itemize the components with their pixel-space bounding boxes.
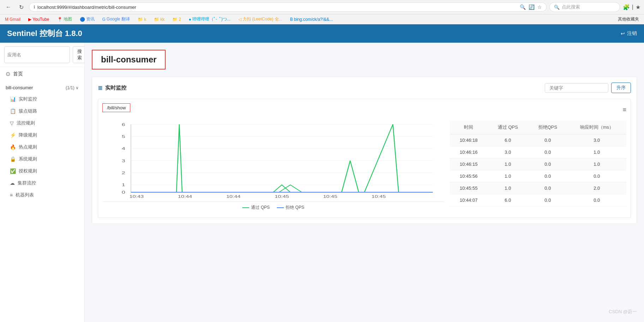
gmail-icon: M <box>5 17 8 22</box>
cell-pass: 6.0 <box>488 134 528 146</box>
degrade-icon: ⚡ <box>10 132 16 138</box>
browser-search-bar[interactable]: 🔍 点此搜索 <box>549 2 620 12</box>
sort-button[interactable]: 升序 <box>611 83 631 93</box>
sidebar-app-header[interactable]: bill-consumer (1/1) ∨ <box>0 82 84 93</box>
svg-text:4: 4 <box>122 146 125 151</box>
search-button[interactable]: 搜索 <box>73 46 85 63</box>
resource-card: /bill/show ≡ <box>98 99 631 218</box>
sidebar-item-realtime[interactable]: 📊 实时监控 <box>0 93 84 105</box>
chart-legend: 通过 QPS 拒绝 QPS <box>102 202 444 213</box>
machines-label: 机器列表 <box>16 192 34 198</box>
search-placeholder: 点此搜索 <box>562 4 580 10</box>
bookmark-k-label: k <box>144 17 146 22</box>
keyword-input[interactable] <box>545 83 608 93</box>
legend-reject-label: 拒绝 QPS <box>286 205 304 211</box>
sidebar-item-home[interactable]: ⊙ 首页 <box>0 67 84 81</box>
cell-pass: 1.0 <box>488 158 528 170</box>
col-time: 时间 <box>450 121 488 134</box>
table-row: 10:46:16 3.0 0.0 1.0 <box>450 146 626 158</box>
svg-text:10:44: 10:44 <box>178 194 192 199</box>
resource-header: /bill/show ≡ <box>102 103 626 116</box>
youtube-icon: ▶ <box>28 17 31 22</box>
home-icon: ⊙ <box>6 71 10 77</box>
bookmark-gmail[interactable]: M Gmail <box>4 16 22 23</box>
cell-rt: 0.0 <box>567 194 626 206</box>
watermark: CSDN @蔚一 <box>609 309 637 315</box>
bookmark-folder-k[interactable]: 📁 k <box>136 16 148 23</box>
bookmark-gmail-label: Gmail <box>10 17 20 22</box>
legend-pass: 通过 QPS <box>242 205 270 211</box>
degrade-label: 降级规则 <box>19 132 37 138</box>
logout-button[interactable]: ↩ 注销 <box>621 30 637 37</box>
chain-label: 簇点链路 <box>19 108 37 114</box>
sidebar-item-hotspot[interactable]: 🔥 热点规则 <box>0 141 84 153</box>
col-pass-qps: 通过 QPS <box>488 121 528 134</box>
bookmark-leetcode[interactable]: ◁ 力扣 (LeetCode) 全... <box>237 16 284 23</box>
app-search-input[interactable] <box>4 46 70 63</box>
bookmark-maps[interactable]: 📍 地图 <box>56 16 73 23</box>
bookmark-folder-kk[interactable]: 📁 kk <box>153 16 166 23</box>
sidebar-item-cluster[interactable]: ☁ 集群流控 <box>0 177 84 189</box>
bookmark-icon: ☆ <box>537 4 542 10</box>
chain-icon: 📋 <box>10 108 16 114</box>
bilibili-icon: ● <box>189 17 191 22</box>
legend-pass-label: 通过 QPS <box>251 205 270 211</box>
monitor-header: ≣ 实时监控 升序 <box>98 83 631 93</box>
sidebar-item-authority[interactable]: ✅ 授权规则 <box>0 165 84 177</box>
folder-2-icon: 📁 <box>172 17 178 22</box>
bookmark-translate[interactable]: G Google 翻译 <box>101 16 131 23</box>
svg-text:2: 2 <box>122 170 125 175</box>
col-rt: 响应时间（ms） <box>567 121 626 134</box>
address-text: localhost:9999/#/dashboard/metric/bill-c… <box>37 5 518 10</box>
bookmark-youtube[interactable]: ▶ YouTube <box>27 16 50 23</box>
divider: | <box>632 4 633 10</box>
flow-label: 流控规则 <box>17 120 35 126</box>
star-icon: ★ <box>636 4 640 11</box>
back-button[interactable]: ← <box>4 2 13 12</box>
app-title: Sentinel 控制台 1.8.0 <box>7 28 82 39</box>
svg-text:3: 3 <box>122 158 125 163</box>
refresh-button[interactable]: ↻ <box>16 2 26 12</box>
page-title: bill-consumer <box>101 55 156 64</box>
bookmark-kk-label: kk <box>160 17 165 22</box>
bookmark-news[interactable]: 🔵 资讯 <box>78 16 96 23</box>
chart-svg-container: 6 5 4 3 2 1 0 10:43 10:44 10:44 <box>102 121 444 202</box>
bookmark-translate-label: Google 翻译 <box>107 16 130 22</box>
authority-label: 授权规则 <box>19 168 37 174</box>
flow-icon: ▽ <box>10 120 14 126</box>
address-bar[interactable]: ℹ localhost:9999/#/dashboard/metric/bill… <box>29 2 547 12</box>
cell-time: 10:44:07 <box>450 194 488 206</box>
cell-rt: 0.0 <box>567 170 626 182</box>
main-content: bill-consumer ≣ 实时监控 升序 /bill/show ≡ <box>85 43 644 322</box>
authority-icon: ✅ <box>10 168 16 174</box>
cell-time: 10:46:15 <box>450 158 488 170</box>
info-icon: ℹ <box>34 5 35 10</box>
sidebar-item-flow[interactable]: ▽ 流控规则 <box>0 117 84 129</box>
cell-pass: 6.0 <box>488 194 528 206</box>
system-label: 系统规则 <box>19 156 37 162</box>
bookmark-bing[interactable]: B bing.com/ck/a?!&&... <box>289 16 334 23</box>
page-title-box: bill-consumer <box>92 50 166 69</box>
search-icon: 🔍 <box>520 4 526 10</box>
sidebar: 搜索 ⊙ 首页 bill-consumer (1/1) ∨ 📊 实时监控 📋 簇… <box>0 43 85 322</box>
bookmark-folder-2[interactable]: 📁 2 <box>171 16 183 23</box>
monitor-title: ≣ 实时监控 <box>98 85 126 91</box>
sidebar-item-chain[interactable]: 📋 簇点链路 <box>0 105 84 117</box>
cell-reject: 0.0 <box>528 182 567 194</box>
bookmark-bilibili[interactable]: ● 哔哩哔哩（ﾟ- ﾟ)つ... <box>187 16 232 23</box>
resource-menu-icon[interactable]: ≡ <box>622 106 626 114</box>
cell-rt: 1.0 <box>567 146 626 158</box>
sidebar-item-system[interactable]: 🔒 系统规则 <box>0 153 84 165</box>
folder-kk-icon: 📁 <box>154 17 159 22</box>
sidebar-item-machines[interactable]: ≡ 机器列表 <box>0 189 84 201</box>
sidebar-item-degrade[interactable]: ⚡ 降级规则 <box>0 129 84 141</box>
hotspot-icon: 🔥 <box>10 144 16 150</box>
logout-label: 注销 <box>627 30 637 37</box>
resource-name-badge: /bill/show <box>102 103 130 112</box>
bookmark-other[interactable]: 其他收藏夹 <box>616 16 640 23</box>
cluster-label: 集群流控 <box>18 180 36 186</box>
svg-text:10:45: 10:45 <box>323 194 337 199</box>
browser-toolbar: ← ↻ ℹ localhost:9999/#/dashboard/metric/… <box>0 0 644 14</box>
cell-reject: 0.0 <box>528 170 567 182</box>
cell-pass: 1.0 <box>488 182 528 194</box>
